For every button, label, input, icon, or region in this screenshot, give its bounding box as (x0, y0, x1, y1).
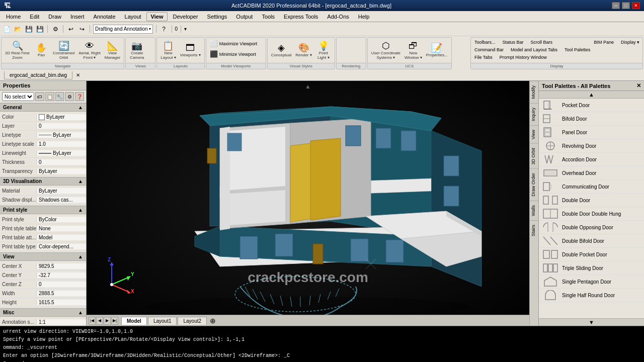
tool-double-opposing-door[interactable]: Double Opposing Door (539, 221, 644, 234)
prop-icon-3[interactable]: 🔧 (55, 92, 64, 101)
menu-tools[interactable]: Tools (258, 13, 279, 21)
vtab-prev[interactable]: ◀ (96, 317, 103, 325)
prop-icon-1[interactable]: 🏷 (35, 92, 44, 101)
tool-revolving-door[interactable]: Revolving Door (539, 139, 644, 153)
ribbon-btn-pointlight[interactable]: 💡 PointLight ▾ (314, 40, 333, 61)
ribbon-btn-statusbar[interactable]: Status Bar (501, 39, 525, 46)
scroll-arrow-top[interactable]: ▲ (305, 83, 311, 90)
tool-pocket-door[interactable]: Pocket Door (539, 99, 644, 112)
tool-double-door[interactable]: Double Door (539, 194, 644, 207)
tool-accordion-door[interactable]: Accordion Door (539, 153, 644, 166)
menu-addons[interactable]: Add-Ons (323, 13, 353, 21)
close-file-tab[interactable]: ✕ (76, 72, 80, 78)
qa-redo[interactable]: ↪ (77, 25, 87, 34)
ribbon-btn-camera[interactable]: 📷 CreateCamera (128, 40, 146, 61)
ribbon-btn-scrollbars[interactable]: Scroll Bars (529, 39, 554, 46)
tool-communicating-door[interactable]: Communicating Door (539, 180, 644, 194)
tool-single-half-round-door[interactable]: Single Half Round Door (539, 289, 644, 302)
side-tab-inquiry[interactable]: Inquiry (530, 103, 538, 125)
side-tab-draworder[interactable]: Draw Order (530, 168, 538, 201)
select-object-dropdown[interactable]: No select (2, 92, 34, 101)
tool-double-pocket-door[interactable]: Double Pocket Door (539, 248, 644, 261)
ribbon-btn-prompthistory[interactable]: Prompt History Window (498, 54, 548, 61)
ribbon-btn-modellayouttabs[interactable]: Model and Layout Tabs (509, 46, 559, 53)
menu-home[interactable]: Home (2, 13, 25, 21)
tool-double-door-hung[interactable]: Double Door Double Hung (539, 207, 644, 221)
qa-settings[interactable]: ⚙ (51, 25, 60, 34)
vtab-last[interactable]: ▶| (111, 317, 118, 325)
vis3d-section-header[interactable]: 3D Visualisation ▲ (0, 177, 86, 186)
tool-double-bifold-door[interactable]: Double Bifold Door (539, 234, 644, 248)
panel-close-btn[interactable]: ✕ (636, 82, 641, 89)
menu-developer[interactable]: Developer (169, 13, 202, 21)
ribbon-btn-conceptual[interactable]: ◈ Conceptual (270, 42, 293, 58)
tool-bifold-door[interactable]: Bifold Door (539, 112, 644, 126)
menu-help[interactable]: Help (354, 13, 374, 21)
layer-dropdown[interactable]: ▾ (184, 26, 187, 32)
minimize-button[interactable]: ─ (612, 2, 620, 9)
ribbon-btn-newwindow[interactable]: 🗗 NewWindow ▾ (403, 40, 424, 61)
menu-draw[interactable]: Draw (44, 13, 65, 21)
view-section-header[interactable]: View ▲ (0, 252, 86, 261)
vtab-next[interactable]: ▶ (104, 317, 111, 325)
ribbon-btn-ucs[interactable]: ⬡ User CoordinateSystems ▾ (370, 40, 402, 61)
misc-section-header[interactable]: Misc ▲ (0, 308, 86, 317)
prop-icon-5[interactable]: ❓ (75, 92, 84, 101)
ribbon-btn-minimize-viewport[interactable]: ⬛ Minimize Viewport (208, 49, 258, 59)
ribbon-btn-commandbar[interactable]: Command Bar (473, 46, 505, 53)
ribbon-btn-display-dropdown[interactable]: Display ▾ (619, 39, 641, 46)
menu-settings[interactable]: Settings (203, 13, 231, 21)
tool-panel-door[interactable]: Panel Door (539, 126, 644, 139)
general-section-header[interactable]: General ▲ (0, 103, 86, 112)
qa-open[interactable]: 📂 (13, 25, 22, 34)
palette-scroll-up[interactable]: ▲ (539, 91, 644, 99)
qa-new[interactable]: 📄 (2, 25, 11, 34)
tool-overhead-door[interactable]: Overhead Door (539, 166, 644, 180)
side-tab-stairs[interactable]: Stairs (530, 220, 538, 240)
qa-undo[interactable]: ↩ (66, 25, 75, 34)
ribbon-btn-filetabs[interactable]: File Tabs (473, 54, 494, 61)
prop-icon-4[interactable]: ⚙ (65, 92, 74, 101)
workspace-dropdown[interactable]: Drafting and Annotation ▾ (93, 25, 153, 34)
ribbon-btn-newlayout[interactable]: 📋 NewLayout ▾ (159, 40, 177, 61)
ribbon-btn-maximize-viewport[interactable]: ⬜ Maximize Viewport (208, 39, 259, 48)
file-tab[interactable]: ergocad_actcad_bim.dwg (4, 71, 72, 79)
menu-express[interactable]: Express Tools (280, 13, 322, 21)
vtab-layout2[interactable]: Layout2 (178, 317, 207, 325)
tool-triple-sliding-door[interactable]: Triple Sliding Door (539, 261, 644, 275)
ribbon-btn-pan[interactable]: ✋ Pan (32, 42, 50, 58)
close-button[interactable]: ✕ (632, 2, 640, 9)
side-tab-modify[interactable]: Modify (530, 81, 538, 103)
maximize-button[interactable]: □ (622, 2, 630, 9)
vtab-model[interactable]: Model (121, 317, 147, 325)
menu-edit[interactable]: Edit (26, 13, 43, 21)
menu-annotate[interactable]: Annotate (90, 13, 120, 21)
menu-insert[interactable]: Insert (66, 13, 89, 21)
side-tab-3dorbit[interactable]: 3D Orbit (530, 143, 538, 169)
ribbon-btn-bimpane[interactable]: BIM Pane (592, 39, 615, 46)
ribbon-btn-render[interactable]: 🎨 Render ▾ (294, 42, 313, 58)
object-selector[interactable]: No select 🏷 📋 🔧 ⚙ ❓ (0, 90, 86, 103)
ribbon-btn-toolbars[interactable]: Toolbars... (473, 39, 497, 46)
side-tab-walls[interactable]: Walls (530, 201, 538, 220)
ribbon-btn-zoom[interactable]: 🔍 2D Real-TimeZoom (4, 40, 31, 61)
side-tab-view[interactable]: View (530, 125, 538, 143)
vtab-add[interactable]: ⊕ (210, 317, 216, 325)
palette-scroll-down[interactable]: ▼ (539, 318, 644, 326)
ribbon-btn-aerial[interactable]: 👁 Aerial, RightFront ▾ (77, 40, 102, 61)
ribbon-btn-properties[interactable]: 📝 Properties... (425, 42, 449, 58)
menu-layout[interactable]: Layout (121, 13, 145, 21)
tool-single-pentagon-door[interactable]: Single Pentagon Door (539, 275, 644, 289)
menu-output[interactable]: Output (232, 13, 257, 21)
ribbon-btn-viewmgr[interactable]: 📐 ViewManager (103, 40, 122, 61)
ribbon-btn-orbit[interactable]: 🔄 ConstrainedOrbit (51, 40, 76, 61)
qa-saveas[interactable]: 💾 (35, 25, 44, 34)
vtab-first[interactable]: |◀ (89, 317, 96, 325)
main-viewport[interactable]: crackpcstore.com Z Y X (87, 81, 529, 326)
vtab-layout1[interactable]: Layout1 (148, 317, 177, 325)
prop-icon-2[interactable]: 📋 (45, 92, 54, 101)
menu-view[interactable]: View (146, 12, 168, 21)
qa-save[interactable]: 💾 (24, 25, 33, 34)
qa-help[interactable]: ? (159, 25, 169, 34)
ribbon-btn-viewports[interactable]: 🗖 Viewports ▾ (179, 42, 202, 58)
